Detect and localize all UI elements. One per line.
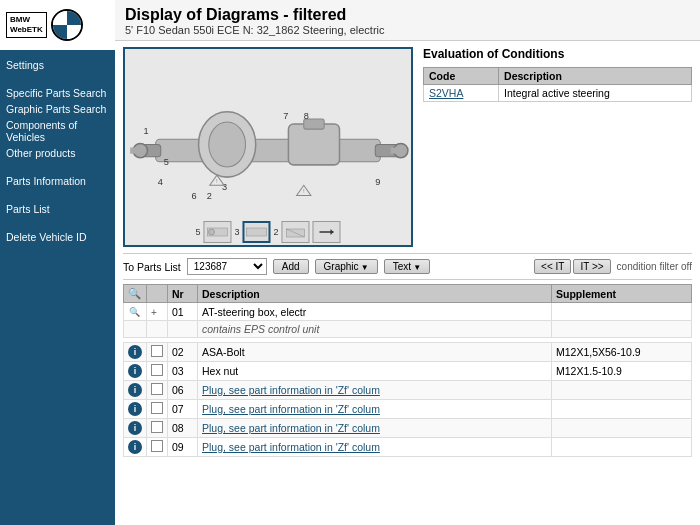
sidebar-nav: Settings Specific Parts Search Graphic P… xyxy=(0,50,115,252)
eval-desc-s2vha: Integral active steering xyxy=(499,85,692,102)
toolbar-row: To Parts List 123687 Add Graphic Text <<… xyxy=(123,253,692,280)
info-icon-06[interactable]: i xyxy=(128,383,142,397)
info-icon-08[interactable]: i xyxy=(128,421,142,435)
sidebar-item-parts-info[interactable]: Parts Information xyxy=(6,174,109,188)
row-06-desc: Plug, see part information in 'Zf' colum xyxy=(198,381,552,400)
svg-text:1: 1 xyxy=(143,126,148,136)
checkbox-09[interactable] xyxy=(151,440,163,452)
thumb-num-2: 2 xyxy=(274,227,279,237)
add-button[interactable]: Add xyxy=(273,259,309,274)
thumb-3[interactable] xyxy=(282,221,310,243)
col-header-search: 🔍 xyxy=(124,285,147,303)
col-header-supp: Supplement xyxy=(552,285,692,303)
content-area: 7 8 3 6 2 9 4 5 1 ! ! 5 xyxy=(115,41,700,525)
row-02-supp: M12X1,5X56-10.9 xyxy=(552,343,692,362)
svg-text:!: ! xyxy=(216,177,218,184)
row-06-info: i xyxy=(124,381,147,400)
desc-link-06[interactable]: Plug, see part information in 'Zf' colum xyxy=(202,384,380,396)
evaluation-panel: Evaluation of Conditions Code Descriptio… xyxy=(423,47,692,247)
desc-link-09[interactable]: Plug, see part information in 'Zf' colum xyxy=(202,441,380,453)
checkbox-03[interactable] xyxy=(151,364,163,376)
row-09-nr: 09 xyxy=(168,438,198,457)
row-03-supp: M12X1.5-10.9 xyxy=(552,362,692,381)
table-row-07: i 07 Plug, see part information in 'Zf' … xyxy=(124,400,692,419)
desc-link-07[interactable]: Plug, see part information in 'Zf' colum xyxy=(202,403,380,415)
svg-marker-30 xyxy=(331,229,334,235)
svg-rect-10 xyxy=(391,148,406,154)
evaluation-heading: Evaluation of Conditions xyxy=(423,47,692,61)
parts-list-select[interactable]: 123687 xyxy=(187,258,267,275)
row-08-desc: Plug, see part information in 'Zf' colum xyxy=(198,419,552,438)
logo-area: BMWWebETK xyxy=(0,0,115,50)
bmw-etk-logo: BMWWebETK xyxy=(6,12,47,37)
sidebar: BMWWebETK Settings Specific Parts Search… xyxy=(0,0,115,525)
thumb-4[interactable] xyxy=(313,221,341,243)
parts-table: 🔍 Nr Description Supplement 🔍 + xyxy=(123,284,692,457)
search-icon: 🔍 xyxy=(128,287,141,299)
svg-text:9: 9 xyxy=(375,177,380,187)
row-01-supp xyxy=(552,303,692,321)
svg-text:8: 8 xyxy=(304,111,309,121)
info-icon-09[interactable]: i xyxy=(128,440,142,454)
thumb-2[interactable] xyxy=(243,221,271,243)
text-button[interactable]: Text xyxy=(384,259,430,274)
table-row-01: 🔍 + 01 AT-steering box, electr xyxy=(124,303,692,321)
desc-link-08[interactable]: Plug, see part information in 'Zf' colum xyxy=(202,422,380,434)
info-icon-02[interactable]: i xyxy=(128,345,142,359)
svg-text:5: 5 xyxy=(164,157,169,167)
diagram-svg: 7 8 3 6 2 9 4 5 1 ! ! xyxy=(125,67,411,227)
info-icon-03[interactable]: i xyxy=(128,364,142,378)
table-row-02: i 02 ASA-Bolt M12X1,5X56-10.9 xyxy=(124,343,692,362)
svg-point-4 xyxy=(209,122,246,167)
search-icon-01[interactable]: 🔍 xyxy=(128,306,140,318)
sidebar-item-other[interactable]: Other products xyxy=(6,146,109,160)
svg-text:7: 7 xyxy=(283,111,288,121)
eval-code-s2vha[interactable]: S2VHA xyxy=(424,85,499,102)
main-content: Display of Diagrams - filtered 5' F10 Se… xyxy=(115,0,700,525)
svg-text:!: ! xyxy=(303,187,305,194)
row-07-desc: Plug, see part information in 'Zf' colum xyxy=(198,400,552,419)
eval-row-0: S2VHA Integral active steering xyxy=(424,85,692,102)
filter-label: condition filter off xyxy=(617,261,692,272)
sidebar-item-parts-list[interactable]: Parts List xyxy=(6,202,109,216)
checkbox-02[interactable] xyxy=(151,345,163,357)
thumb-1[interactable] xyxy=(203,221,231,243)
row-02-check xyxy=(147,343,168,362)
next-button[interactable]: IT >> xyxy=(573,259,610,274)
row-07-info: i xyxy=(124,400,147,419)
svg-rect-0 xyxy=(156,139,381,161)
row-06-nr: 06 xyxy=(168,381,198,400)
row-01-sub-nr xyxy=(168,321,198,338)
top-section: 7 8 3 6 2 9 4 5 1 ! ! 5 xyxy=(123,47,692,247)
row-08-check xyxy=(147,419,168,438)
graphic-button[interactable]: Graphic xyxy=(315,259,378,274)
row-08-supp xyxy=(552,419,692,438)
row-01-sub-extra xyxy=(147,321,168,338)
info-icon-07[interactable]: i xyxy=(128,402,142,416)
sidebar-item-delete-vehicle[interactable]: Delete Vehicle ID xyxy=(6,230,109,244)
row-01-search: 🔍 xyxy=(124,303,147,321)
row-01-sub-search xyxy=(124,321,147,338)
page-header: Display of Diagrams - filtered 5' F10 Se… xyxy=(115,0,700,41)
sidebar-item-components[interactable]: Components of Vehicles xyxy=(6,118,109,144)
svg-text:4: 4 xyxy=(158,177,163,187)
table-row-09: i 09 Plug, see part information in 'Zf' … xyxy=(124,438,692,457)
svg-rect-26 xyxy=(247,228,267,236)
row-02-desc: ASA-Bolt xyxy=(198,343,552,362)
prev-button[interactable]: << IT xyxy=(534,259,571,274)
thumb-num-5: 5 xyxy=(195,227,200,237)
row-07-check xyxy=(147,400,168,419)
diagram-box[interactable]: 7 8 3 6 2 9 4 5 1 ! ! 5 xyxy=(123,47,413,247)
sidebar-item-graphic-parts[interactable]: Graphic Parts Search xyxy=(6,102,109,116)
sidebar-item-specific-parts[interactable]: Specific Parts Search xyxy=(6,86,109,100)
expand-icon-01[interactable]: + xyxy=(151,307,157,318)
checkbox-07[interactable] xyxy=(151,402,163,414)
checkbox-08[interactable] xyxy=(151,421,163,433)
row-08-nr: 08 xyxy=(168,419,198,438)
col-header-extra xyxy=(147,285,168,303)
eval-col-desc: Description xyxy=(499,68,692,85)
row-01-nr: 01 xyxy=(168,303,198,321)
sidebar-item-settings[interactable]: Settings xyxy=(6,58,109,72)
row-03-desc: Hex nut xyxy=(198,362,552,381)
checkbox-06[interactable] xyxy=(151,383,163,395)
